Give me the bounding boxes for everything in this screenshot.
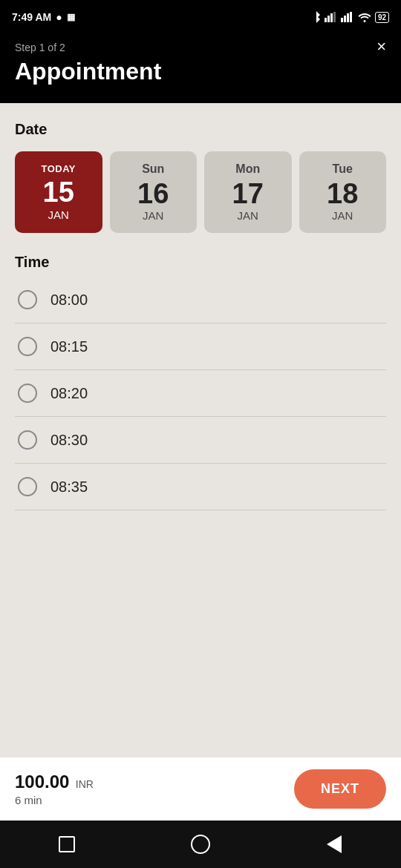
header: × Step 1 of 2 Appointment bbox=[0, 33, 401, 103]
day-num-today: 15 bbox=[43, 177, 74, 208]
sim-icon: ▦ bbox=[67, 12, 75, 22]
status-time-area: 7:49 AM ● ▦ bbox=[12, 11, 75, 23]
bluetooth-icon bbox=[311, 10, 322, 24]
time-label-0800: 08:00 bbox=[50, 292, 88, 309]
duration-label: 6 min bbox=[15, 794, 94, 806]
svg-rect-6 bbox=[347, 13, 349, 22]
time-item-0830[interactable]: 08:30 bbox=[15, 417, 386, 464]
nav-button-square[interactable] bbox=[56, 834, 77, 855]
month-sun16: JAN bbox=[143, 209, 163, 222]
nav-button-back[interactable] bbox=[324, 834, 345, 855]
signal-icon-2 bbox=[341, 12, 354, 22]
main-content: Date TODAY 15 JAN Sun 16 JAN Mon 17 JAN … bbox=[0, 103, 401, 757]
day-name-tue18: Tue bbox=[333, 162, 353, 176]
month-tue18: JAN bbox=[332, 209, 353, 222]
time-label-0815: 08:15 bbox=[50, 338, 88, 355]
svg-rect-2 bbox=[330, 13, 333, 22]
time-item-0835[interactable]: 08:35 bbox=[15, 464, 386, 510]
price-currency: INR bbox=[76, 778, 94, 790]
time-label-0820: 08:20 bbox=[50, 385, 88, 402]
month-today: JAN bbox=[48, 208, 69, 221]
date-card-mon17[interactable]: Mon 17 JAN bbox=[204, 151, 292, 233]
time-section: Time 08:00 08:15 08:20 08:30 08:35 bbox=[15, 254, 386, 510]
price-section: 100.00 INR 6 min bbox=[15, 772, 94, 806]
month-mon17: JAN bbox=[238, 209, 258, 222]
time-item-0820[interactable]: 08:20 bbox=[15, 370, 386, 417]
date-card-today[interactable]: TODAY 15 JAN bbox=[15, 151, 102, 233]
time-section-label: Time bbox=[15, 254, 386, 271]
square-icon bbox=[59, 836, 75, 852]
status-bar: 7:49 AM ● ▦ 92 bbox=[0, 0, 401, 33]
wifi-icon bbox=[357, 12, 372, 22]
time-list: 08:00 08:15 08:20 08:30 08:35 bbox=[15, 277, 386, 510]
time-item-0800[interactable]: 08:00 bbox=[15, 277, 386, 323]
day-num-sun16: 16 bbox=[137, 179, 169, 210]
nav-button-home[interactable] bbox=[190, 834, 211, 855]
time-label-0830: 08:30 bbox=[50, 432, 88, 449]
circle-icon bbox=[191, 835, 210, 854]
day-num-tue18: 18 bbox=[327, 179, 358, 210]
price-row: 100.00 INR bbox=[15, 772, 94, 792]
day-num-mon17: 17 bbox=[232, 179, 264, 210]
date-card-sun16[interactable]: Sun 16 JAN bbox=[110, 151, 198, 233]
radio-0820[interactable] bbox=[18, 384, 37, 403]
time-item-0815[interactable]: 08:15 bbox=[15, 323, 386, 370]
page-title: Appointment bbox=[15, 58, 386, 85]
next-button[interactable]: NEXT bbox=[294, 769, 386, 809]
radio-0815[interactable] bbox=[18, 337, 37, 356]
day-name-today: TODAY bbox=[41, 163, 76, 174]
status-icons-area: 92 bbox=[311, 10, 389, 24]
radio-0830[interactable] bbox=[18, 430, 37, 450]
svg-rect-4 bbox=[341, 18, 343, 22]
date-card-tue18[interactable]: Tue 18 JAN bbox=[299, 151, 387, 233]
time-display: 7:49 AM bbox=[12, 11, 51, 23]
svg-rect-3 bbox=[333, 12, 336, 22]
radio-0835[interactable] bbox=[18, 477, 37, 496]
day-name-sun16: Sun bbox=[142, 162, 164, 176]
svg-rect-7 bbox=[350, 12, 352, 22]
battery-indicator: 92 bbox=[375, 12, 389, 23]
date-section-label: Date bbox=[15, 121, 386, 138]
svg-rect-0 bbox=[325, 18, 327, 22]
svg-rect-5 bbox=[344, 16, 346, 22]
svg-rect-1 bbox=[327, 16, 330, 22]
triangle-icon bbox=[327, 835, 342, 853]
message-icon: ● bbox=[56, 11, 62, 23]
price-value: 100.00 bbox=[15, 772, 69, 792]
date-picker: TODAY 15 JAN Sun 16 JAN Mon 17 JAN Tue 1… bbox=[15, 151, 386, 233]
radio-0800[interactable] bbox=[18, 290, 37, 309]
step-label: Step 1 of 2 bbox=[15, 42, 386, 53]
day-name-mon17: Mon bbox=[235, 162, 260, 176]
bottom-nav bbox=[0, 821, 401, 868]
footer: 100.00 INR 6 min NEXT bbox=[0, 757, 401, 821]
time-label-0835: 08:35 bbox=[50, 479, 88, 496]
close-button[interactable]: × bbox=[376, 39, 386, 55]
signal-icon-1 bbox=[325, 12, 338, 22]
